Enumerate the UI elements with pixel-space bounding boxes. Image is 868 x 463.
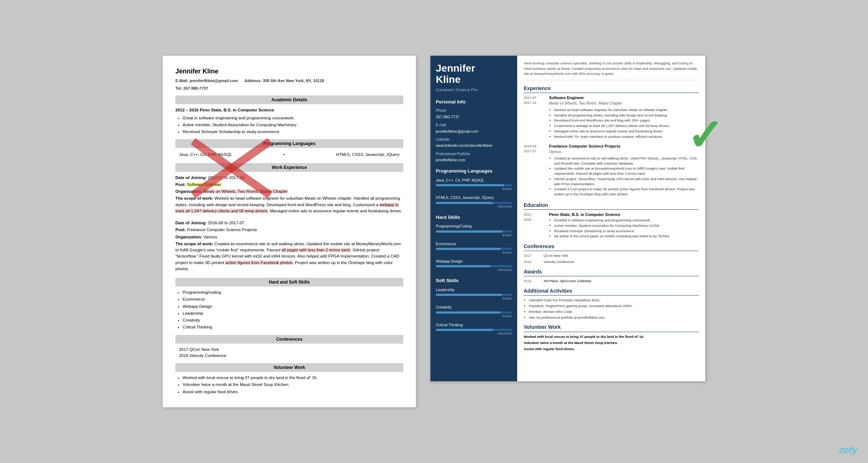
pl-html-name: HTML5, CSS3, Javascript, JQuery — [436, 195, 512, 200]
conf-row-1: 2017 QCon New York — [524, 253, 699, 258]
exp1-b1: Worked as head software engineer for sub… — [554, 107, 699, 112]
act-2: President, TrogdorPenn gaming group. Inc… — [529, 303, 699, 309]
hs-coding-bar-bg — [436, 230, 512, 233]
academic-bullet-3: Received Schreyer Scholarship to study e… — [183, 129, 403, 135]
prog-right: HTML5, CSS3, Javascript, JQuery — [336, 152, 400, 158]
prog-lang-java: Java, C++, C#, PHP, MySQL Expert — [436, 178, 512, 191]
ss-creat-level: Expert — [436, 314, 512, 319]
conf2-year: 2016 — [524, 259, 536, 264]
skill-1: Programming/coding — [183, 289, 403, 296]
ss-crit-name: Critical Thinking — [436, 322, 512, 328]
hard-skill-ecomm: Ecommerce Expert — [436, 241, 512, 255]
work-header: Work Experience — [175, 163, 403, 172]
hs-webapp-name: Webapp Design — [436, 259, 512, 264]
zety-watermark: zety — [839, 444, 857, 456]
ss-creat-bar-fill — [436, 311, 501, 314]
skill-3: Webapp Design — [183, 303, 403, 310]
act-3: Member, Women Who Code. — [529, 309, 699, 314]
hs-coding-bar-fill — [436, 230, 503, 233]
vol-2: Volunteer twice a month at the Maud Stre… — [183, 382, 403, 388]
conf-2: 2016 Velocity Conference — [179, 353, 403, 359]
work-block-1: Date of Joining: 2012-07 to 2017-10 Post… — [175, 175, 403, 214]
hs-webapp-level: Advanced — [436, 268, 512, 272]
exp-title: Experience — [524, 85, 699, 93]
ss-crit-level: Advanced — [436, 331, 512, 336]
skill-6: Critical Thinking — [183, 324, 403, 330]
work2-post-value: Freelance Computer Science Projects — [187, 228, 257, 232]
pl-java-bar-bg — [436, 184, 512, 186]
exp1-b6: Worked with 70+ team members to produce … — [554, 134, 699, 139]
edu1-title: Penn State, B.S. in Computer Science — [549, 212, 670, 218]
work1-post-value: Software Engineer — [187, 182, 221, 187]
exp1-b3: Developed front-end WordPress site and b… — [554, 118, 699, 123]
volunteer-section-title: Volunteer Work — [524, 323, 699, 332]
work2-post-label: Post: — [175, 228, 186, 232]
academic-degree: 2012 – 2016 Penn State, B.S. in Computer… — [175, 107, 403, 113]
pl-html-bar-bg — [436, 202, 512, 204]
ss-creat-bar-bg — [436, 311, 512, 314]
exp2-b1: Created an ecommerce site to sell walkin… — [554, 156, 699, 166]
left-name: Jennifer Kline — [175, 67, 403, 76]
personal-info-title: Personal Info — [436, 99, 512, 106]
exp1-date: 2012-07 -2017-10 — [524, 95, 545, 139]
hs-webapp-bar-bg — [436, 265, 512, 267]
edu-section-title: Education — [524, 201, 699, 210]
work2-org-value: Various — [203, 235, 217, 239]
phone-label: Phone — [436, 108, 512, 114]
academic-bullet-2: Active member, Student Association for C… — [183, 122, 403, 128]
conf-1: 2017 QCon New York — [179, 347, 403, 353]
conf2-name: Velocity Conference — [544, 259, 574, 264]
act-1: Attended Code For Princeton Hackathon 20… — [529, 298, 699, 303]
pl-html-bar-fill — [436, 202, 493, 204]
tel-label: Tel: — [175, 86, 182, 90]
volunteer-list: Worked with local rescue to bring 37 peo… — [175, 375, 403, 395]
skill-4: Leadership — [183, 310, 403, 317]
address-value: 350 5th Ave New York, NY, 10118 — [263, 78, 324, 83]
right-name-line1: Jennifer — [436, 63, 475, 74]
exp1-org: Meals on Wheels, Two Rivers, Maine Chapt… — [549, 101, 699, 106]
right-resume: Jennifer Kline Computer Science Pro Pers… — [430, 56, 705, 381]
vol-3: Assist with regular food drives — [183, 389, 403, 395]
prog-lang-title: Programming Languages — [436, 168, 512, 175]
right-summary: Hard-working computer science specialist… — [524, 61, 699, 80]
address-label: Address: — [244, 78, 262, 83]
vol-r-1: Worked with local rescue to bring 37 peo… — [524, 334, 699, 339]
exp1-b2: Handled all programming duties, includin… — [554, 113, 699, 118]
right-main: Hard-working computer science specialist… — [517, 56, 705, 381]
left-resume: Jennifer Kline E-Mail: jenniferfkline@gm… — [163, 56, 416, 407]
right-resume-wrapper: ✓ Jennifer Kline Computer Science Pro Pe… — [430, 56, 705, 381]
work1-post: Post: Software Engineer — [175, 182, 403, 188]
conf-header: Conferences — [175, 335, 403, 344]
portfolio-label: Professional Portfolio — [436, 152, 512, 157]
skills-list: Programming/coding Ecommerce Webapp Desi… — [175, 289, 403, 331]
email-label: E-mail — [436, 123, 512, 128]
edu1-date: 2012 -2016 — [524, 212, 545, 239]
exp1-content: Software Engineer Meals on Wheels, Two R… — [549, 95, 699, 139]
hs-webapp-bar-fill — [436, 265, 490, 267]
phone-value: 267-980-7737 — [436, 114, 512, 120]
exp1-title: Software Engineer — [549, 95, 699, 101]
pl-java-name: Java, C++, C#, PHP, MySQL — [436, 178, 512, 183]
linkedin-label: LinkedIn — [436, 137, 512, 143]
soft-skill-leadership: Leadership Expert — [436, 287, 512, 301]
soft-skill-critical: Critical Thinking Advanced — [436, 322, 512, 336]
activities-section-title: Additional Activities — [524, 287, 699, 296]
academic-bullets: Great in software engineering and progra… — [175, 115, 403, 135]
work1-org-label: Organization: — [175, 189, 202, 194]
conf1-name: QCon New York — [544, 253, 568, 258]
work2-org: Organization: Various — [175, 234, 403, 240]
hard-skill-coding: Programming/Coding Expert — [436, 224, 512, 237]
work1-post-label: Post: — [175, 182, 186, 187]
exp2-b3: GitHub project: "tensorflow." Fixed faul… — [554, 177, 699, 187]
ss-creat-name: Creativity — [436, 305, 512, 310]
exp-row-1: 2012-07 -2017-10 Software Engineer Meals… — [524, 95, 699, 139]
hs-ecomm-name: Ecommerce — [436, 241, 512, 247]
work1-scope: The scope of work: Worked as head softwa… — [175, 195, 403, 214]
work2-date: Date of Joining: 2016-06 to 2017-07 — [175, 220, 403, 226]
hard-skill-webapp: Webapp Design Advanced — [436, 259, 512, 272]
skill-5: Creativity — [183, 317, 403, 323]
work-block-2: Date of Joining: 2016-06 to 2017-07 Post… — [175, 220, 403, 272]
hs-ecomm-level: Expert — [436, 250, 512, 255]
right-name-line2: Kline — [436, 74, 460, 85]
work1-date: Date of Joining: 2012-07 to 2017-10 — [175, 175, 403, 181]
